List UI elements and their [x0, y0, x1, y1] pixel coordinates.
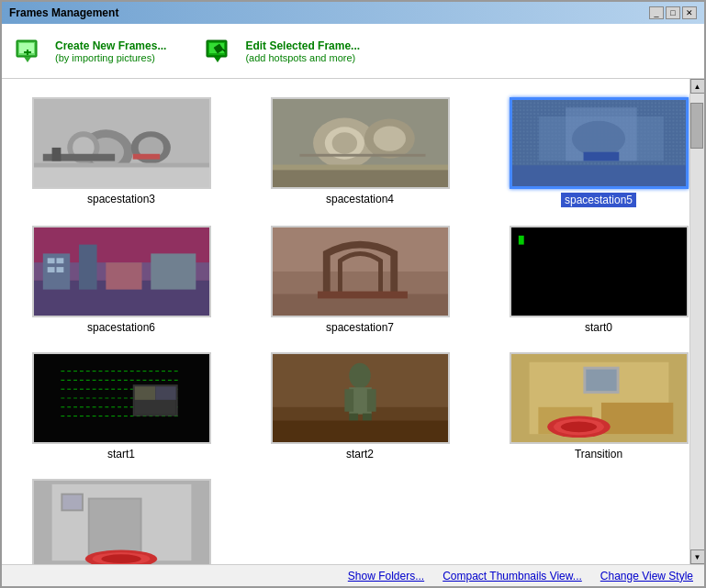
- thumb-label-spacestation7: spacestation7: [326, 321, 394, 334]
- svg-rect-51: [151, 253, 196, 289]
- svg-rect-87: [586, 370, 616, 392]
- thumb-label-spacestation4: spacestation4: [326, 193, 394, 205]
- svg-point-96: [101, 554, 140, 563]
- edit-label: Edit Selected Frame... (add hotspots and…: [245, 39, 360, 63]
- svg-rect-55: [317, 292, 407, 299]
- thumbnail-grid: spacestation3: [20, 88, 671, 564]
- svg-rect-39: [583, 152, 619, 161]
- svg-rect-31: [299, 154, 425, 157]
- title-bar-buttons: _ □ ✕: [649, 6, 697, 19]
- frames-management-window: Frames Management _ □ ✕ Create New Frame…: [0, 0, 706, 588]
- minimize-button[interactable]: _: [649, 6, 664, 19]
- svg-rect-22: [132, 154, 159, 160]
- svg-rect-50: [106, 262, 141, 289]
- svg-rect-75: [366, 389, 375, 411]
- svg-rect-47: [47, 267, 54, 272]
- svg-rect-78: [273, 420, 448, 442]
- svg-point-72: [349, 363, 371, 388]
- svg-point-26: [331, 132, 356, 154]
- svg-rect-21: [34, 163, 209, 168]
- thumb-label-start2: start2: [346, 448, 374, 460]
- maximize-button[interactable]: □: [666, 6, 680, 19]
- thumb-image-spacestation6: [32, 226, 211, 317]
- svg-rect-69: [134, 400, 175, 415]
- change-view-link[interactable]: Change View Style: [600, 570, 693, 582]
- svg-marker-9: [214, 57, 221, 62]
- thumb-image-start2: [271, 352, 450, 444]
- content-area: spacestation3: [2, 79, 704, 564]
- thumb-label-transition: Transition: [575, 448, 622, 460]
- create-frames-button[interactable]: Create New Frames... (by importing pictu…: [13, 35, 166, 68]
- svg-rect-38: [512, 165, 686, 187]
- scroll-down-button[interactable]: ▼: [690, 549, 705, 564]
- edit-icon: [203, 35, 236, 68]
- svg-rect-74: [344, 389, 353, 411]
- thumb-item-spacestation6[interactable]: spacestation6: [29, 226, 213, 334]
- thumb-label-start0: start0: [585, 321, 612, 334]
- thumb-item-spacestation7[interactable]: spacestation7: [268, 226, 452, 334]
- svg-rect-48: [56, 267, 63, 272]
- close-button[interactable]: ✕: [682, 6, 697, 19]
- edit-frame-button[interactable]: Edit Selected Frame... (add hotspots and…: [203, 35, 360, 68]
- svg-point-85: [560, 421, 596, 432]
- thumb-item-spacestation5[interactable]: spacestation5: [507, 97, 689, 207]
- show-folders-link[interactable]: Show Folders...: [348, 570, 424, 582]
- thumb-item-transition2[interactable]: Transition2: [29, 479, 213, 564]
- thumb-item-transition[interactable]: Transition: [507, 352, 689, 460]
- svg-rect-68: [155, 386, 176, 400]
- thumb-item-start2[interactable]: start2: [268, 352, 452, 460]
- create-icon: [13, 35, 46, 68]
- svg-rect-49: [78, 245, 96, 290]
- svg-rect-5: [24, 51, 31, 53]
- title-bar: Frames Management _ □ ✕: [2, 2, 704, 24]
- thumb-label-spacestation3: spacestation3: [87, 193, 155, 205]
- compact-thumbnails-link[interactable]: Compact Thumbnails View...: [443, 570, 582, 582]
- window-title: Frames Management: [9, 6, 118, 19]
- svg-rect-82: [600, 403, 672, 434]
- thumb-image-spacestation3: [32, 97, 211, 189]
- svg-rect-93: [62, 495, 82, 510]
- thumb-image-transition2: [32, 479, 211, 564]
- toolbar: Create New Frames... (by importing pictu…: [2, 24, 704, 79]
- thumb-label-spacestation6: spacestation6: [87, 321, 155, 334]
- svg-rect-29: [273, 168, 448, 188]
- svg-rect-45: [47, 258, 54, 263]
- status-bar: Show Folders... Compact Thumbnails View.…: [2, 564, 704, 586]
- thumb-image-spacestation4: [271, 97, 450, 189]
- thumb-item-start1[interactable]: start1: [29, 352, 213, 460]
- thumb-image-transition: [510, 352, 689, 444]
- create-label: Create New Frames... (by importing pictu…: [55, 39, 166, 63]
- svg-rect-67: [134, 386, 155, 400]
- svg-rect-53: [273, 227, 448, 272]
- svg-point-37: [571, 121, 624, 157]
- svg-rect-91: [89, 500, 140, 560]
- svg-point-28: [373, 126, 405, 150]
- svg-rect-46: [56, 258, 63, 263]
- thumb-image-start1: [32, 352, 211, 444]
- svg-rect-30: [273, 165, 448, 171]
- thumbnail-scroll-area[interactable]: spacestation3: [2, 79, 689, 564]
- thumb-item-spacestation4[interactable]: spacestation4: [268, 97, 452, 207]
- thumb-image-spacestation7: [271, 226, 450, 317]
- svg-marker-3: [24, 57, 31, 62]
- svg-rect-57: [518, 236, 523, 245]
- thumb-item-start0[interactable]: start0: [507, 226, 689, 334]
- scroll-thumb[interactable]: [690, 103, 703, 149]
- svg-rect-56: [511, 227, 687, 316]
- thumb-image-spacestation5: [510, 97, 689, 189]
- scrollbar[interactable]: ▲ ▼: [689, 79, 704, 564]
- thumb-label-start1: start1: [107, 448, 135, 460]
- thumb-image-start0: [510, 226, 689, 317]
- svg-rect-17: [51, 148, 61, 161]
- svg-rect-58: [34, 353, 209, 443]
- thumb-label-spacestation5: spacestation5: [561, 193, 636, 207]
- thumb-item-spacestation3[interactable]: spacestation3: [29, 97, 213, 207]
- svg-rect-20: [34, 165, 209, 187]
- scroll-up-button[interactable]: ▲: [690, 79, 705, 94]
